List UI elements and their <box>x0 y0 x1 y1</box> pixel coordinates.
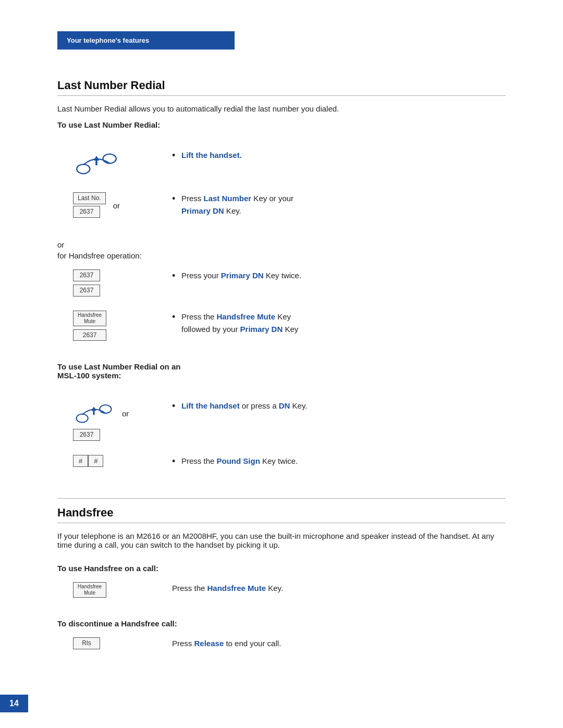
msl-step-lift-handset: or 2637 • Lift the handset or press a DN… <box>57 400 506 442</box>
header-bar: Your telephone's features <box>57 31 235 50</box>
step3-text: • Press your Primary DN Key twice. <box>162 269 506 286</box>
step2-text: • Press Last Number Key or your Primary … <box>162 192 506 219</box>
handset-icon <box>73 149 120 178</box>
svg-rect-3 <box>95 161 97 165</box>
svg-point-5 <box>100 405 111 413</box>
msl-step-pound-sign: # # • Press the Pound Sign Key twice. <box>57 455 506 471</box>
stacked-2637-area: 2637 2637 <box>57 269 162 298</box>
handsfree-mute-key-use-area: HandsfreeMute <box>57 582 162 599</box>
or-inline: or <box>113 201 120 210</box>
handsfree-description: If your telephone is an M2616 or an M200… <box>57 532 506 549</box>
step-handsfree-mute-key: HandsfreeMute 2637 • Press the Handsfree… <box>57 311 506 343</box>
for-handsfree-text: for Handsfree operation: <box>57 251 506 260</box>
msl-or-text: or <box>122 409 129 418</box>
handsfree-mute-key-area: HandsfreeMute 2637 <box>57 311 162 343</box>
handset-image-area <box>57 149 162 180</box>
section-title-handsfree: Handsfree <box>57 506 506 523</box>
handsfree-mute-key-use: HandsfreeMute <box>73 582 106 598</box>
section-title-last-number-redial: Last Number Redial <box>57 79 506 96</box>
discontinue-text: Press Release to end your call. <box>162 637 506 650</box>
pound-keys-area: # # <box>57 455 162 467</box>
svg-point-1 <box>103 154 116 164</box>
pound-key-1: # <box>73 455 88 467</box>
or-text-standalone: or <box>57 240 506 249</box>
handsfree-use-text: Press the Handsfree Mute Key. <box>162 582 506 595</box>
last-number-redial-section: Last Number Redial Last Number Redial al… <box>57 79 506 471</box>
step4-text: • Press the Handsfree Mute Key followed … <box>162 311 506 338</box>
rls-key: Rls <box>73 637 100 649</box>
handsfree-section: Handsfree If your telephone is an M2616 … <box>57 506 506 651</box>
svg-point-0 <box>77 164 90 174</box>
handsfree-step-use: HandsfreeMute Press the Handsfree Mute K… <box>57 582 506 599</box>
last-no-key-area: Last No. 2637 or <box>57 192 162 219</box>
msl-2637-key: 2637 <box>73 429 100 441</box>
handsfree-mute-key: HandsfreeMute <box>73 311 106 326</box>
msl-handset-image-area: or 2637 <box>57 400 162 442</box>
to-use-label: To use Last Number Redial: <box>57 120 506 129</box>
step-primary-dn-twice: 2637 2637 • Press your Primary DN Key tw… <box>57 269 506 298</box>
2637-key-1: 2637 <box>73 206 100 218</box>
svg-point-4 <box>76 414 88 423</box>
to-use-handsfree-label: To use Handsfree on a call: <box>57 564 506 573</box>
step1-text: • Lift the handset. <box>162 149 506 165</box>
svg-marker-2 <box>94 156 100 161</box>
2637-key-top: 2637 <box>73 269 100 281</box>
msl-step2-text: • Press the Pound Sign Key twice. <box>162 455 506 471</box>
svg-rect-7 <box>93 411 94 415</box>
svg-marker-6 <box>91 407 96 411</box>
msl-handset-icon <box>73 400 115 427</box>
page-number: 14 <box>0 695 28 712</box>
handsfree-step-discontinue: Rls Press Release to end your call. <box>57 637 506 651</box>
msl-label: To use Last Number Redial on an MSL-100 … <box>57 362 506 380</box>
last-no-key: Last No. <box>73 192 106 204</box>
2637-key-handsfree: 2637 <box>73 329 106 341</box>
step-lift-handset: • Lift the handset. <box>57 149 506 180</box>
pound-key-2: # <box>88 455 103 467</box>
rls-key-area: Rls <box>57 637 162 651</box>
msl-step1-text: • Lift the handset or press a DN Key. <box>162 400 506 416</box>
2637-key-bottom: 2637 <box>73 285 100 297</box>
to-discontinue-label: To discontinue a Handsfree call: <box>57 619 506 628</box>
step-last-number-key: Last No. 2637 or • Press Last Number Key… <box>57 192 506 219</box>
section-description: Last Number Redial allows you to automat… <box>57 104 506 113</box>
